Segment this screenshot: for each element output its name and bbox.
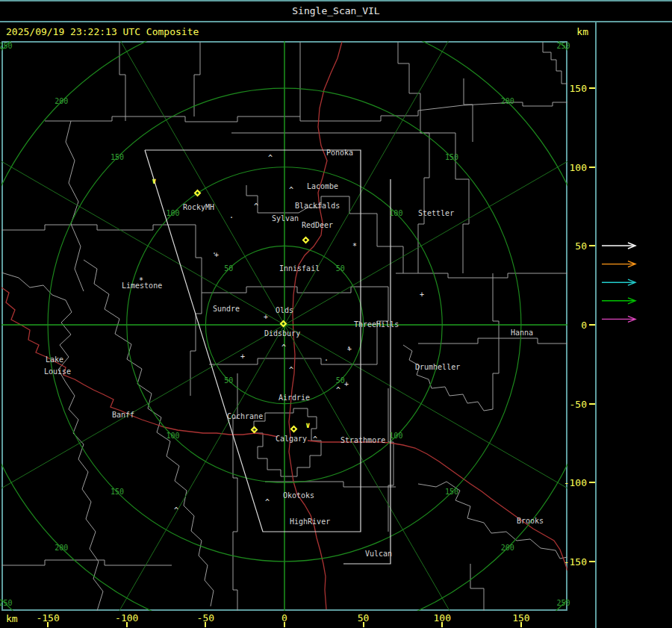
- map-point-marker: ^: [174, 507, 178, 514]
- map-clip-group: [0, 0, 672, 628]
- city-label-strathmore: Strathmore: [340, 437, 385, 444]
- city-label-sundre: Sundre: [213, 305, 240, 313]
- map-point-marker: ·: [229, 214, 234, 222]
- radial-line: [284, 325, 501, 628]
- map-point-marker: *: [139, 277, 143, 285]
- city-label-lacombe: Lacombe: [307, 183, 338, 190]
- map-point-marker: ^: [289, 187, 293, 194]
- county-boundary: [1, 225, 196, 230]
- city-label-vulcan: Vulcan: [365, 550, 392, 558]
- city-label-hanna: Hanna: [511, 329, 533, 337]
- city-label-didsbury: Didsbury: [264, 330, 300, 338]
- y-axis-tick-label: 50: [559, 240, 587, 252]
- x-axis-tick: [126, 622, 128, 627]
- county-boundary: [84, 260, 214, 606]
- range-ring-label: 150: [442, 154, 461, 161]
- radar-coverage-box: [343, 179, 391, 564]
- city-label-sylvan: Sylvan: [272, 215, 299, 223]
- y-axis-tick-label: -100: [559, 477, 587, 488]
- city-label-louise: Louise: [44, 368, 71, 376]
- x-axis-tick: [205, 622, 206, 627]
- map-point-marker: ^: [289, 367, 293, 374]
- map-point-marker: ·: [212, 250, 217, 258]
- city-label-okotoks: Okotoks: [283, 492, 314, 500]
- range-ring-label: 100: [386, 432, 405, 440]
- map-point-marker: ^: [281, 344, 286, 352]
- y-axis-tick-label: 150: [559, 83, 587, 94]
- county-boundary: [464, 78, 473, 142]
- range-ring-label: 150: [108, 154, 127, 161]
- x-axis-unit-label: km: [6, 613, 18, 624]
- range-ring-label: 200: [498, 98, 517, 105]
- county-boundary: [398, 42, 429, 273]
- city-label-olds: Olds: [276, 307, 293, 314]
- y-axis-tick-label: -50: [559, 399, 587, 410]
- range-ring-label: 250: [0, 600, 16, 607]
- storm-vector-arrow: ∨: [152, 178, 157, 185]
- county-boundary: [190, 225, 202, 396]
- map-point-marker: *: [352, 243, 357, 250]
- city-label-airdrie: Airdrie: [279, 394, 310, 402]
- map-point-marker: ^: [313, 436, 317, 444]
- range-ring-label: 250: [553, 600, 573, 607]
- map-point-marker: ^: [268, 155, 273, 162]
- radar-viewer-window: { "window": { "title": "Single_Scan_VIL"…: [0, 0, 672, 628]
- city-label-innisfail: Innisfail: [279, 265, 320, 273]
- map-point-marker: +: [240, 353, 245, 361]
- county-boundary: [418, 338, 567, 343]
- map-point-marker: ·: [346, 344, 351, 352]
- map-point-marker: ·: [324, 357, 329, 364]
- county-boundary: [45, 116, 337, 122]
- range-ring-label: 200: [52, 98, 71, 105]
- city-label-threehills: ThreeHills: [354, 321, 399, 329]
- y-axis-tick-label: 0: [559, 320, 587, 331]
- city-label-blackfalds: Blackfalds: [295, 202, 340, 210]
- map-point-marker: +: [420, 291, 424, 299]
- range-ring-label: 50: [331, 265, 350, 273]
- range-ring-label: 200: [52, 544, 71, 552]
- city-label-ponoka: Ponoka: [326, 149, 353, 157]
- x-axis-tick: [363, 622, 364, 627]
- range-ring-label: 100: [386, 210, 405, 217]
- x-axis-tick: [441, 622, 443, 627]
- range-ring-label: 50: [219, 265, 238, 273]
- city-label-lake: Lake: [46, 356, 63, 364]
- city-label-stettler: Stettler: [418, 210, 454, 217]
- map-point-marker: ^: [254, 203, 258, 211]
- range-ring-label: 150: [108, 488, 127, 496]
- map-point-marker: ^: [265, 499, 270, 506]
- map-point-marker: +: [264, 314, 268, 321]
- range-ring-label: 250: [553, 43, 573, 50]
- county-boundary: [233, 373, 237, 611]
- x-axis-tick: [47, 622, 49, 627]
- city-label-rockymh: RockyMH: [183, 204, 214, 211]
- county-boundary: [493, 273, 499, 409]
- x-axis-tick: [520, 622, 522, 627]
- legend-panel: kg/m2 16013010070503020842 09EA111V27ZW3…: [597, 22, 672, 628]
- county-boundary: [246, 185, 403, 273]
- range-ring-label: 200: [498, 544, 517, 552]
- city-label-highriver: HighRiver: [290, 518, 330, 526]
- city-label-drumheller: Drumheller: [415, 364, 460, 371]
- map-point-marker: +: [344, 381, 349, 388]
- y-axis-tick-label: 100: [559, 162, 587, 173]
- range-ring-label: 250: [0, 43, 16, 50]
- radial-line: [284, 0, 501, 325]
- city-label-reddeer: RedDeer: [302, 222, 333, 229]
- map-point-marker: ^: [336, 387, 340, 394]
- range-ring-label: 150: [442, 488, 461, 496]
- city-label-banff: Banff: [112, 411, 134, 419]
- radial-line: [68, 0, 284, 325]
- city-label-brooks: Brooks: [517, 517, 544, 525]
- city-label-cochrane: Cochrane: [227, 413, 263, 420]
- storm-vector-arrow: ∨: [305, 422, 311, 429]
- x-axis-tick: [284, 622, 285, 627]
- radar-map-canvas: [0, 0, 672, 628]
- county-boundary: [396, 273, 567, 278]
- range-ring-label: 100: [164, 432, 183, 440]
- range-ring-label: 100: [164, 210, 183, 217]
- y-axis-tick-label: -150: [559, 556, 587, 568]
- legend-separator: [595, 21, 597, 628]
- city-label-calgary: Calgary: [276, 435, 307, 443]
- county-boundary: [418, 482, 567, 559]
